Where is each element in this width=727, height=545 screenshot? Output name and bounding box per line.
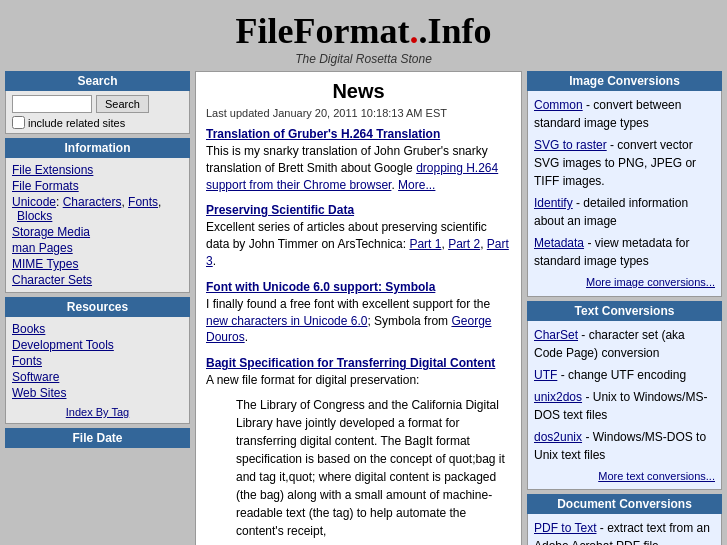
search-button[interactable]: Search (96, 95, 149, 113)
list-item: Storage Media (12, 224, 183, 240)
right-sidebar: Image Conversions Common - convert betwe… (527, 71, 722, 545)
main-layout: Search Search include related sites Info… (0, 71, 727, 545)
common-link[interactable]: Common (534, 98, 583, 112)
dos2unix-link[interactable]: dos2unix (534, 430, 582, 444)
news-indent-4: The Library of Congress and the Californ… (236, 393, 511, 543)
image-conversions-content: Common - convert between standard image … (527, 91, 722, 297)
file-date-header: File Date (5, 428, 190, 448)
last-updated: Last updated January 20, 2011 10:18:13 A… (206, 107, 511, 119)
include-related-checkbox[interactable] (12, 116, 25, 129)
text-more-link-container: More text conversions... (534, 468, 715, 485)
doc-conversions-section: Document Conversions PDF to Text - extra… (527, 494, 722, 545)
common-item: Common - convert between standard image … (534, 96, 715, 132)
news-item-4: Bagit Specification for Transferring Dig… (206, 356, 511, 543)
main-content: News Last updated January 20, 2011 10:18… (195, 71, 522, 545)
news-item-3: Font with Unicode 6.0 support: Symbola I… (206, 280, 511, 346)
file-date-section: File Date (5, 428, 190, 448)
news-title-2[interactable]: Preserving Scientific Data (206, 203, 511, 217)
resources-links-list: Books Development Tools Fonts Software W… (12, 321, 183, 401)
doc-conversions-header: Document Conversions (527, 494, 722, 514)
unicode-characters-link[interactable]: Characters (63, 195, 122, 209)
character-sets-link[interactable]: Character Sets (12, 273, 92, 287)
unicode60-link[interactable]: new characters in Unicode 6.0 (206, 314, 367, 328)
index-link-container: Index By Tag (12, 405, 183, 419)
list-item: Web Sites (12, 385, 183, 401)
dos2unix-item: dos2unix - Windows/MS-DOS to Unix text f… (534, 428, 715, 464)
news-body-1: This is my snarky translation of John Gr… (206, 143, 511, 193)
unix2dos-link[interactable]: unix2dos (534, 390, 582, 404)
resources-section: Resources Books Development Tools Fonts … (5, 297, 190, 424)
list-item: File Extensions (12, 162, 183, 178)
part2-link[interactable]: Part 2 (448, 237, 480, 251)
title-part1: FileFormat (236, 11, 410, 51)
list-item: Development Tools (12, 337, 183, 353)
resources-content: Books Development Tools Fonts Software W… (5, 317, 190, 424)
info-links-list: File Extensions File Formats Unicode: Ch… (12, 162, 183, 288)
unix2dos-item: unix2dos - Unix to Windows/MS-DOS text f… (534, 388, 715, 424)
storage-media-link[interactable]: Storage Media (12, 225, 90, 239)
identify-item: Identify - detailed information about an… (534, 194, 715, 230)
unicode-link[interactable]: Unicode (12, 195, 56, 209)
news-item-2: Preserving Scientific Data Excellent ser… (206, 203, 511, 269)
site-title: FileFormat..Info (0, 10, 727, 52)
pdf-text-link[interactable]: PDF to Text (534, 521, 596, 535)
books-link[interactable]: Books (12, 322, 45, 336)
part1-link[interactable]: Part 1 (409, 237, 441, 251)
list-item: Unicode: Characters, Fonts, Blocks (12, 194, 183, 224)
list-item: Character Sets (12, 272, 183, 288)
text-conversions-content: CharSet - character set (aka Code Page) … (527, 321, 722, 491)
doc-conversions-content: PDF to Text - extract text from an Adobe… (527, 514, 722, 545)
search-content: Search include related sites (5, 91, 190, 134)
index-by-tag-link[interactable]: Index By Tag (66, 406, 129, 418)
search-header: Search (5, 71, 190, 91)
include-related-row: include related sites (12, 116, 183, 129)
list-item: MIME Types (12, 256, 183, 272)
list-item: Books (12, 321, 183, 337)
file-extensions-link[interactable]: File Extensions (12, 163, 93, 177)
information-header: Information (5, 138, 190, 158)
news-item-1: Translation of Gruber's H.264 Translatio… (206, 127, 511, 193)
charset-link[interactable]: CharSet (534, 328, 578, 342)
text-conversions-header: Text Conversions (527, 301, 722, 321)
svg-raster-item: SVG to raster - convert vector SVG image… (534, 136, 715, 190)
news-title-1[interactable]: Translation of Gruber's H.264 Translatio… (206, 127, 511, 141)
identify-link[interactable]: Identify (534, 196, 573, 210)
list-item: Software (12, 369, 183, 385)
man-pages-link[interactable]: man Pages (12, 241, 73, 255)
search-section: Search Search include related sites (5, 71, 190, 134)
unicode-fonts-link[interactable]: Fonts (128, 195, 158, 209)
left-sidebar: Search Search include related sites Info… (5, 71, 190, 545)
file-formats-link[interactable]: File Formats (12, 179, 79, 193)
websites-link[interactable]: Web Sites (12, 386, 66, 400)
more-text-link[interactable]: More text conversions... (598, 470, 715, 482)
unicode-blocks-link[interactable]: Blocks (17, 209, 52, 223)
image-conversions-section: Image Conversions Common - convert betwe… (527, 71, 722, 297)
image-more-link-container: More image conversions... (534, 274, 715, 291)
dev-tools-link[interactable]: Development Tools (12, 338, 114, 352)
more-image-link[interactable]: More image conversions... (586, 276, 715, 288)
include-related-label: include related sites (28, 117, 125, 129)
news-body-3: I finally found a free font with excelle… (206, 296, 511, 346)
list-item: Fonts (12, 353, 183, 369)
charset-item: CharSet - character set (aka Code Page) … (534, 326, 715, 362)
more-link-1[interactable]: More... (398, 178, 435, 192)
news-title-3[interactable]: Font with Unicode 6.0 support: Symbola (206, 280, 511, 294)
utf-link[interactable]: UTF (534, 368, 557, 382)
mime-types-link[interactable]: MIME Types (12, 257, 78, 271)
software-link[interactable]: Software (12, 370, 59, 384)
information-section: Information File Extensions File Formats… (5, 138, 190, 293)
information-content: File Extensions File Formats Unicode: Ch… (5, 158, 190, 293)
resources-header: Resources (5, 297, 190, 317)
fonts-link[interactable]: Fonts (12, 354, 42, 368)
pdf-text-item: PDF to Text - extract text from an Adobe… (534, 519, 715, 545)
h264-link[interactable]: dropping H.264 support from their Chrome… (206, 161, 498, 192)
news-body-2: Excellent series of articles about prese… (206, 219, 511, 269)
search-input[interactable] (12, 95, 92, 113)
news-title-4[interactable]: Bagit Specification for Transferring Dig… (206, 356, 511, 370)
svg-raster-link[interactable]: SVG to raster (534, 138, 607, 152)
metadata-link[interactable]: Metadata (534, 236, 584, 250)
text-conversions-section: Text Conversions CharSet - character set… (527, 301, 722, 491)
search-row: Search (12, 95, 183, 113)
utf-item: UTF - change UTF encoding (534, 366, 715, 384)
list-item: File Formats (12, 178, 183, 194)
